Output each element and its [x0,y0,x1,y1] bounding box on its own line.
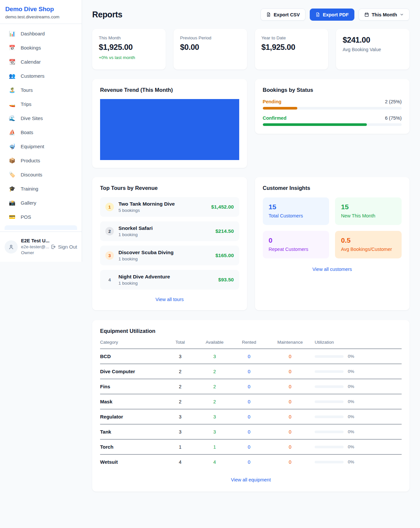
insight-value: 0 [269,236,324,244]
equipment-available: 2 [197,399,233,404]
equipment-utilization: 0% [315,414,402,419]
status-bar-track [263,123,402,126]
sidebar-item-trips[interactable]: 🚤Trips [5,98,77,110]
sidebar-item-bookings[interactable]: 📅Bookings [5,42,77,53]
equipment-category: Torch [100,444,164,450]
status-label: Pending [263,99,282,104]
sidebar-item-products[interactable]: 📦Products [5,155,77,166]
equipment-rented: 0 [233,354,265,359]
insight-value: 15 [341,203,396,211]
tour-row[interactable]: 1Two Tank Morning Dive5 bookings$1,452.0… [100,197,239,217]
package-icon: 📦 [9,157,16,164]
user-info: E2E Test U... e2e-tester@... Owner [21,238,47,256]
insight-box: 0.5Avg Bookings/Customer [335,231,402,258]
label-tag-icon: 🏷️ [9,172,16,178]
island-icon: 🏝️ [9,87,16,93]
sidebar-item-boats[interactable]: ⛵Boats [5,127,77,138]
equipment-total: 1 [164,444,197,450]
calendar-date-icon: 📅 [9,45,16,51]
insight-label: Repeat Customers [269,247,324,252]
equipment-rented: 0 [233,399,265,404]
sidebar-item-label: Calendar [21,59,41,65]
header-actions: Export CSV Export PDF This Month [261,9,410,21]
status-label: Confirmed [263,115,287,121]
sidebar-item-gallery[interactable]: 📸Gallery [5,197,77,209]
tour-name: Night Dive Adventure [118,274,214,280]
insight-value: 0.5 [341,236,396,244]
sidebar-item-label: Boats [21,130,33,135]
sidebar-item-customers[interactable]: 👥Customers [5,70,77,82]
chevron-down-icon [400,12,404,17]
utilization-bar-track [315,370,344,373]
credit-card-icon: 💳 [9,214,16,220]
equipment-row: Torch11000% [100,439,402,455]
insights-grid: 15Total Customers15New This Month0Repeat… [263,197,402,258]
equipment-table-body: BCD33000%Dive Computer22000%Fins22000%Ma… [100,349,402,469]
col-header-maintenance: Maintenance [265,340,315,345]
equipment-utilization: 0% [315,444,402,449]
stat-value: $0.00 [180,43,241,52]
equipment-maintenance: 0 [265,414,315,419]
tour-revenue: $214.50 [215,228,234,234]
equipment-category: Regulator [100,414,164,419]
sidebar-item-label: POS [21,214,31,220]
utilization-bar-track [315,416,344,418]
stat-card-year-to-date: Year to Date $1,925.00 [255,29,328,70]
sidebar-item-label: Gallery [21,200,36,206]
utilization-percent: 0% [348,399,354,404]
equipment-row: Wetsuit44000% [100,455,402,469]
status-row-pending: Pending 2 (25%) [263,99,402,110]
utilization-percent: 0% [348,444,354,449]
sidebar-item-label: Trips [21,101,32,107]
insight-label: New This Month [341,213,396,218]
sidebar-active-item-partial[interactable] [5,225,77,230]
tour-row[interactable]: 2Snorkel Safari1 booking$214.50 [100,221,239,241]
tour-row[interactable]: 3Discover Scuba Diving1 booking$165.00 [100,246,239,265]
tour-bookings: 1 booking [118,256,211,261]
tour-row[interactable]: 4Night Dive Adventure1 booking$93.50 [100,270,239,290]
sign-out-label: Sign Out [58,244,77,250]
page-title: Reports [92,10,122,19]
stat-label: This Month [99,35,159,40]
equipment-utilization: 0% [315,429,402,434]
utilization-percent: 0% [348,414,354,419]
col-header-utilization: Utilization [315,340,402,345]
sidebar-item-tours[interactable]: 🏝️Tours [5,84,77,96]
sidebar-item-label: Tours [21,87,33,93]
avatar [5,240,18,254]
lists-row: Top Tours by Revenue 1Two Tank Morning D… [92,177,410,310]
view-all-customers-link[interactable]: View all customers [312,267,352,272]
calendar-icon [364,12,369,17]
top-tours-card: Top Tours by Revenue 1Two Tank Morning D… [92,177,247,310]
equipment-category: Dive Computer [100,369,164,374]
shop-name: Demo Dive Shop [5,6,76,13]
export-pdf-button[interactable]: Export PDF [310,9,354,21]
stat-label: Previous Period [180,35,241,40]
sidebar-item-discounts[interactable]: 🏷️Discounts [5,169,77,180]
stat-card-previous-period: Previous Period $0.00 [174,29,247,70]
export-csv-button[interactable]: Export CSV [261,9,305,21]
sidebar-item-calendar[interactable]: 📆Calendar [5,56,77,68]
view-all-tours-link[interactable]: View all tours [156,297,184,302]
rank-badge: 4 [105,275,114,284]
sidebar-item-equipment[interactable]: 🤿Equipment [5,141,77,152]
rank-badge: 3 [105,251,114,260]
period-label: This Month [372,12,397,17]
equipment-table: Category Total Available Rented Maintena… [100,340,402,469]
revenue-trend-card: Revenue Trend (This Month) [92,79,247,168]
stat-label: Year to Date [262,35,322,40]
utilization-bar-track [315,400,344,403]
equipment-row: Dive Computer22000% [100,364,402,379]
sidebar-item-training[interactable]: 🎓Training [5,183,77,194]
equipment-total: 3 [164,354,197,359]
sidebar-item-label: Customers [21,73,45,79]
view-all-equipment-link[interactable]: View all equipment [231,477,271,482]
equipment-total: 2 [164,384,197,389]
period-select[interactable]: This Month [359,9,410,21]
sidebar-item-dashboard[interactable]: 📊Dashboard [5,28,77,39]
sidebar-item-pos[interactable]: 💳POS [5,211,77,223]
utilization-bar-track [315,461,344,463]
utilization-percent: 0% [348,354,354,359]
sidebar-item-dive-sites[interactable]: 🌊Dive Sites [5,112,77,124]
sign-out-button[interactable]: Sign Out [51,244,77,250]
